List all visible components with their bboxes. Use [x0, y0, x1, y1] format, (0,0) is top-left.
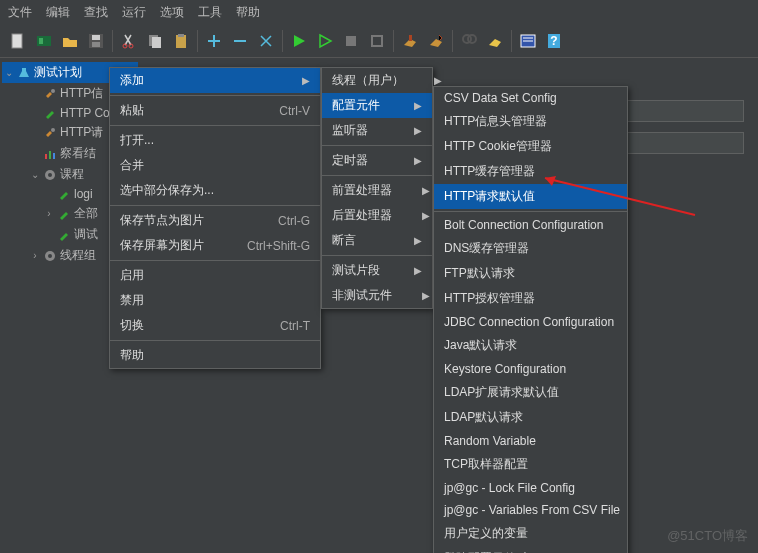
menu-item[interactable]: 定时器▶ [322, 148, 432, 173]
menu-item[interactable]: HTTP Cookie管理器 [434, 134, 627, 159]
stop-icon[interactable] [339, 29, 363, 53]
twisty-icon[interactable]: ⌄ [30, 169, 40, 180]
menu-item[interactable]: 用户定义的变量 [434, 521, 627, 546]
menu-item[interactable]: 配置元件▶ [322, 93, 432, 118]
menu-item[interactable]: 禁用 [110, 288, 320, 313]
menu-item[interactable]: 监听器▶ [322, 118, 432, 143]
clear-icon[interactable] [398, 29, 422, 53]
menu-item[interactable]: FTP默认请求 [434, 261, 627, 286]
menu-item[interactable]: Keystore Configuration [434, 358, 627, 380]
tree-label: 全部 [74, 205, 98, 222]
wrench-icon [43, 126, 57, 140]
menu-运行[interactable]: 运行 [122, 4, 146, 21]
menu-item[interactable]: jp@gc - Lock File Config [434, 477, 627, 499]
expand-icon[interactable] [202, 29, 226, 53]
menu-item[interactable]: 登陆配置元件/素 [434, 546, 627, 553]
menu-item[interactable]: 前置处理器▶ [322, 178, 432, 203]
menu-item[interactable]: 后置处理器▶ [322, 203, 432, 228]
menu-item[interactable]: CSV Data Set Config [434, 87, 627, 109]
menu-label: 禁用 [120, 292, 144, 309]
chart-icon [43, 147, 57, 161]
menu-item[interactable]: Java默认请求 [434, 333, 627, 358]
menu-item[interactable]: LDAP扩展请求默认值 [434, 380, 627, 405]
pencil-icon [43, 106, 57, 120]
context-menu-3[interactable]: CSV Data Set ConfigHTTP信息头管理器HTTP Cookie… [433, 86, 628, 553]
menu-item[interactable]: JDBC Connection Configuration [434, 311, 627, 333]
open-icon[interactable] [58, 29, 82, 53]
menu-item[interactable]: 测试片段▶ [322, 258, 432, 283]
toggle-icon[interactable] [254, 29, 278, 53]
menu-帮助[interactable]: 帮助 [236, 4, 260, 21]
collapse-icon[interactable] [228, 29, 252, 53]
menu-item[interactable]: 切换Ctrl-T [110, 313, 320, 338]
context-menu-2[interactable]: 线程（用户）▶配置元件▶监听器▶定时器▶前置处理器▶后置处理器▶断言▶测试片段▶… [321, 67, 433, 309]
menu-label: 帮助 [120, 347, 144, 364]
menu-item[interactable]: 粘贴Ctrl-V [110, 98, 320, 123]
function-icon[interactable] [516, 29, 540, 53]
menu-item[interactable]: 断言▶ [322, 228, 432, 253]
svg-point-26 [51, 128, 55, 132]
twisty-icon[interactable]: ⌄ [4, 67, 14, 78]
wrench-icon [43, 87, 57, 101]
reset-search-icon[interactable] [483, 29, 507, 53]
run-nopause-icon[interactable] [313, 29, 337, 53]
menu-item[interactable]: 启用 [110, 263, 320, 288]
menu-item[interactable]: jp@gc - Variables From CSV File [434, 499, 627, 521]
svg-rect-29 [53, 153, 55, 159]
menu-item[interactable]: 非测试元件▶ [322, 283, 432, 308]
context-menu-1[interactable]: 添加▶粘贴Ctrl-V打开...合并选中部分保存为...保存节点为图片Ctrl-… [109, 67, 321, 369]
menubar: 文件编辑查找运行选项工具帮助 [0, 0, 758, 25]
menu-label: LDAP扩展请求默认值 [444, 384, 559, 401]
menu-item[interactable]: HTTP授权管理器 [434, 286, 627, 311]
menu-item[interactable]: 打开... [110, 128, 320, 153]
cut-icon[interactable] [117, 29, 141, 53]
menu-item[interactable]: TCP取样器配置 [434, 452, 627, 477]
menu-选项[interactable]: 选项 [160, 4, 184, 21]
twisty-icon[interactable]: › [44, 208, 54, 219]
menu-label: DNS缓存管理器 [444, 240, 529, 257]
menu-label: 启用 [120, 267, 144, 284]
tree-label: HTTP请 [60, 124, 103, 141]
menu-item[interactable]: 添加▶ [110, 68, 320, 93]
pencil-icon [57, 207, 71, 221]
shortcut: Ctrl-T [280, 319, 310, 333]
menu-item[interactable]: 合并 [110, 153, 320, 178]
menu-item[interactable]: 保存节点为图片Ctrl-G [110, 208, 320, 233]
menu-item[interactable]: 线程（用户）▶ [322, 68, 432, 93]
menu-item[interactable]: DNS缓存管理器 [434, 236, 627, 261]
svg-rect-4 [92, 35, 100, 40]
tree-label: 课程 [60, 166, 84, 183]
menu-label: 保存屏幕为图片 [120, 237, 204, 254]
shutdown-icon[interactable] [365, 29, 389, 53]
menu-item[interactable]: HTTP缓存管理器 [434, 159, 627, 184]
menu-item[interactable]: HTTP请求默认值 [434, 184, 627, 209]
menu-item[interactable]: HTTP信息头管理器 [434, 109, 627, 134]
copy-icon[interactable] [143, 29, 167, 53]
templates-icon[interactable] [32, 29, 56, 53]
menu-item[interactable]: 帮助 [110, 343, 320, 368]
search-icon[interactable] [457, 29, 481, 53]
menu-item[interactable]: 保存屏幕为图片Ctrl+Shift-G [110, 233, 320, 258]
menu-item[interactable]: Random Variable [434, 430, 627, 452]
menu-item[interactable]: LDAP默认请求 [434, 405, 627, 430]
run-icon[interactable] [287, 29, 311, 53]
menu-文件[interactable]: 文件 [8, 4, 32, 21]
menu-查找[interactable]: 查找 [84, 4, 108, 21]
paste-icon[interactable] [169, 29, 193, 53]
menu-label: 后置处理器 [332, 207, 392, 224]
menu-item[interactable]: Bolt Connection Configuration [434, 214, 627, 236]
save-icon[interactable] [84, 29, 108, 53]
menu-编辑[interactable]: 编辑 [46, 4, 70, 21]
menu-label: 切换 [120, 317, 144, 334]
menu-label: 粘贴 [120, 102, 144, 119]
new-icon[interactable] [6, 29, 30, 53]
clear-all-icon[interactable] [424, 29, 448, 53]
submenu-arrow-icon: ▶ [414, 100, 422, 111]
help-icon[interactable]: ? [542, 29, 566, 53]
menu-工具[interactable]: 工具 [198, 4, 222, 21]
menu-label: 测试片段 [332, 262, 380, 279]
twisty-icon[interactable]: › [30, 250, 40, 261]
toolbar: ? [0, 25, 758, 58]
menu-label: CSV Data Set Config [444, 91, 557, 105]
menu-item[interactable]: 选中部分保存为... [110, 178, 320, 203]
